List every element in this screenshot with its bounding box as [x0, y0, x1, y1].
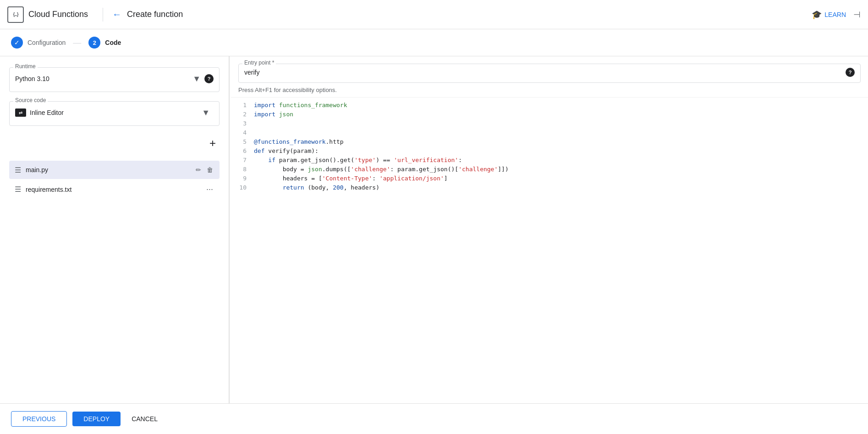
code-line-10: 10 return (body, 200, headers) — [231, 184, 868, 193]
cancel-button[interactable]: CANCEL — [126, 412, 163, 426]
runtime-help-icon[interactable]: ? — [204, 74, 214, 83]
code-editor[interactable]: 1 import functions_framework 2 import js… — [231, 98, 868, 403]
step2-label: Code — [105, 39, 121, 46]
app-header: {...} Cloud Functions ← Create function … — [0, 0, 868, 29]
file-list: ☰ main.py ✏ 🗑 ☰ requirements.txt ··· — [9, 161, 220, 200]
source-content: ⇄ Inline Editor ▼ — [15, 105, 214, 120]
code-line-3: 3 — [231, 119, 868, 129]
deploy-button[interactable]: DEPLOY — [72, 412, 121, 426]
code-line-1: 1 import functions_framework — [231, 101, 868, 110]
entry-point-input[interactable] — [244, 69, 846, 76]
file-item-main-py[interactable]: ☰ main.py ✏ 🗑 — [9, 161, 220, 179]
runtime-group: Runtime Python 3.10 ▼ ? — [9, 67, 220, 92]
runtime-content: Python 3.10 ▼ ? — [15, 71, 214, 86]
app-name: Cloud Functions — [28, 10, 88, 19]
runtime-legend: Runtime — [13, 63, 38, 70]
collapse-button[interactable]: ⊣ — [853, 10, 861, 20]
file-name-requirements-txt: requirements.txt — [26, 186, 201, 193]
entry-help-icon[interactable]: ? — [846, 68, 855, 77]
entry-point-group: Entry point * ? — [238, 64, 861, 83]
file-icon: ☰ — [15, 166, 21, 174]
footer: PREVIOUS DEPLOY CANCEL — [0, 403, 868, 434]
inline-editor-icon: ⇄ — [15, 108, 26, 117]
learn-link[interactable]: 🎓 LEARN — [812, 10, 846, 20]
stepper: ✓ Configuration — 2 Code — [0, 29, 868, 56]
add-file-button[interactable]: + — [206, 135, 220, 152]
code-line-7: 7 if param.get_json().get('type') == 'ur… — [231, 156, 868, 165]
file-actions-main-py: ✏ 🗑 — [195, 165, 214, 174]
left-panel: Runtime Python 3.10 ▼ ? Source code ⇄ In… — [0, 56, 229, 403]
file-item-requirements-txt[interactable]: ☰ requirements.txt ··· — [9, 179, 220, 200]
edit-file-button[interactable]: ✏ — [195, 165, 202, 174]
source-code-group: Source code ⇄ Inline Editor ▼ — [9, 101, 220, 126]
step1-label: Configuration — [27, 39, 66, 46]
file-name-main-py: main.py — [26, 166, 190, 174]
code-line-6: 6 def verify(param): — [231, 147, 868, 156]
code-line-4: 4 — [231, 129, 868, 138]
code-line-9: 9 headers = ['Content-Type': 'applicatio… — [231, 174, 868, 184]
editor-hint: Press Alt+F1 for accessibility options. — [231, 83, 868, 98]
page-title: Create function — [127, 10, 183, 19]
file-actions-requirements: ··· — [205, 184, 214, 195]
header-divider — [103, 8, 103, 22]
step2-circle: 2 — [88, 37, 100, 49]
app-logo: {...} Cloud Functions — [7, 6, 88, 23]
main-content: Runtime Python 3.10 ▼ ? Source code ⇄ In… — [0, 56, 868, 403]
right-top: Entry point * ? — [231, 56, 868, 83]
back-button[interactable]: ← — [110, 7, 123, 22]
step-connector: — — [73, 38, 81, 48]
logo-icon: {...} — [7, 6, 24, 23]
entry-legend: Entry point * — [242, 60, 276, 66]
source-value: Inline Editor — [30, 105, 198, 120]
file-more-button[interactable]: ··· — [205, 184, 214, 195]
right-panel: Entry point * ? Press Alt+F1 for accessi… — [231, 56, 868, 403]
source-legend: Source code — [13, 97, 48, 103]
previous-button[interactable]: PREVIOUS — [11, 411, 67, 427]
file-icon-2: ☰ — [15, 185, 21, 194]
graduation-icon: 🎓 — [812, 10, 822, 20]
runtime-value: Python 3.10 — [15, 71, 192, 86]
delete-file-button[interactable]: 🗑 — [206, 165, 214, 174]
step-2: 2 Code — [88, 37, 121, 49]
code-line-5: 5 @functions_framework.http — [231, 138, 868, 147]
source-dropdown-arrow[interactable]: ▼ — [202, 108, 210, 118]
runtime-dropdown-arrow[interactable]: ▼ — [192, 74, 201, 84]
entry-content: ? — [244, 68, 855, 77]
code-line-2: 2 import json — [231, 110, 868, 119]
code-line-8: 8 body = json.dumps(['challenge': param.… — [231, 165, 868, 174]
step1-check: ✓ — [11, 37, 23, 49]
step-1: ✓ Configuration — [11, 37, 66, 49]
